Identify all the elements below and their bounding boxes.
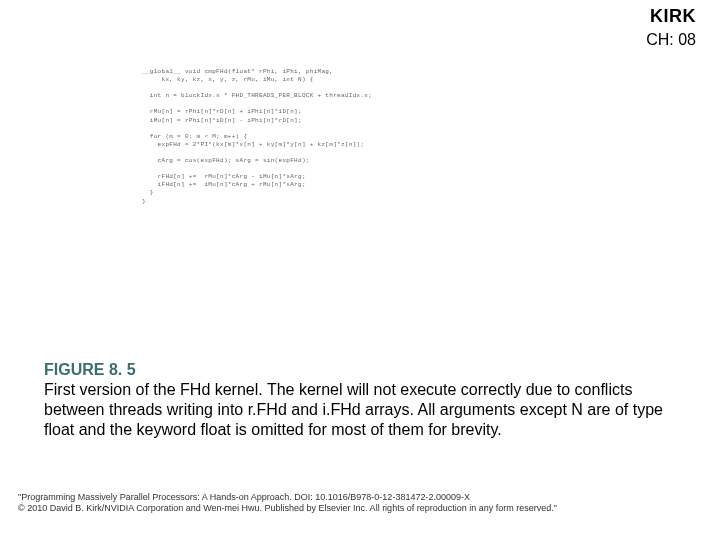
page-footer: "Programming Massively Parallel Processo… bbox=[18, 492, 702, 515]
author-name: KIRK bbox=[646, 6, 696, 27]
figure-label: FIGURE 8. 5 bbox=[44, 361, 136, 378]
page-header: KIRK CH: 08 bbox=[646, 6, 696, 49]
figure-text: First version of the FHd kernel. The ker… bbox=[44, 381, 663, 438]
figure-caption: FIGURE 8. 5 First version of the FHd ker… bbox=[44, 360, 676, 440]
code-listing: __global__ void cmpFHd(float* rPhi, iPhi… bbox=[142, 68, 582, 206]
footer-line-1: "Programming Massively Parallel Processo… bbox=[18, 492, 702, 503]
chapter-label: CH: 08 bbox=[646, 31, 696, 49]
footer-line-2: © 2010 David B. Kirk/NVIDIA Corporation … bbox=[18, 503, 702, 514]
page: KIRK CH: 08 __global__ void cmpFHd(float… bbox=[0, 0, 720, 540]
